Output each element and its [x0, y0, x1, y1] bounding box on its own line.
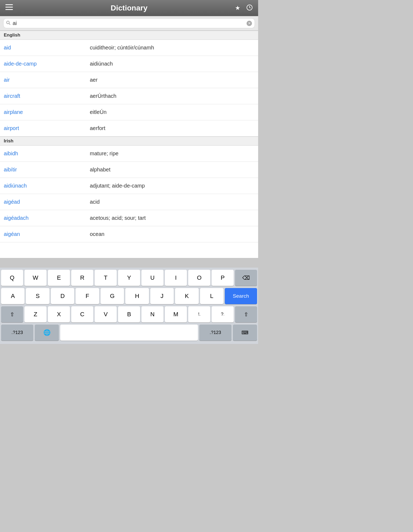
- numbers-key-left[interactable]: .?123: [1, 325, 33, 341]
- table-row[interactable]: air aer: [0, 72, 258, 88]
- table-row[interactable]: aidiúnach adjutant; aide-de-camp: [0, 178, 258, 194]
- table-row[interactable]: aid cuiditheoir; cúntóir/cúnamh: [0, 40, 258, 56]
- table-row[interactable]: aircraft aerÚrthach: [0, 88, 258, 104]
- keyboard-hide-key[interactable]: ⌨: [233, 325, 257, 341]
- dictionary-list: English aid cuiditheoir; cúntóir/cúnamh …: [0, 31, 258, 258]
- key-w[interactable]: W: [24, 270, 47, 286]
- key-j[interactable]: J: [150, 288, 174, 304]
- numbers-key-right[interactable]: .?123: [199, 325, 232, 341]
- definition: aer: [90, 77, 254, 83]
- space-key[interactable]: [60, 325, 198, 341]
- key-question-period[interactable]: ?.: [212, 306, 234, 322]
- shift-left-key[interactable]: ⇧: [1, 306, 23, 322]
- table-row[interactable]: aigéad acid: [0, 194, 258, 210]
- definition: ocean: [90, 231, 254, 237]
- definition: eitleÚn: [90, 109, 254, 115]
- key-q[interactable]: Q: [1, 270, 23, 286]
- key-t[interactable]: T: [95, 270, 117, 286]
- search-bar-container: ✕: [0, 16, 258, 31]
- definition: aerfort: [90, 125, 254, 131]
- word[interactable]: air: [4, 77, 90, 83]
- keyboard-row-1: Q W E R T Y U I O P ⌫: [1, 270, 257, 286]
- key-l[interactable]: L: [200, 288, 223, 304]
- svg-rect-1: [5, 7, 13, 8]
- key-g[interactable]: G: [101, 288, 124, 304]
- key-s[interactable]: S: [26, 288, 49, 304]
- definition: aidiúnach: [90, 61, 254, 67]
- key-exclaim-comma[interactable]: !,: [188, 306, 210, 322]
- table-row[interactable]: aibítir alphabet: [0, 162, 258, 178]
- history-button[interactable]: [245, 3, 254, 13]
- key-x[interactable]: X: [48, 306, 70, 322]
- key-i[interactable]: I: [165, 270, 187, 286]
- table-row[interactable]: aigéan ocean: [0, 226, 258, 242]
- word[interactable]: aide-de-camp: [4, 61, 90, 67]
- search-icon: [6, 21, 10, 26]
- word[interactable]: airport: [4, 125, 90, 131]
- definition: cuiditheoir; cúntóir/cúnamh: [90, 45, 254, 51]
- keyboard-row-3: ⇧ Z X C V B N M !, ?. ⇧: [1, 306, 257, 322]
- key-h[interactable]: H: [125, 288, 149, 304]
- backspace-key[interactable]: ⌫: [235, 270, 257, 286]
- key-z[interactable]: Z: [24, 306, 47, 322]
- svg-rect-2: [5, 9, 13, 10]
- keyboard-row-2: A S D F G H J K L Search: [1, 288, 257, 304]
- definition: aerÚrthach: [90, 93, 254, 99]
- favorites-button[interactable]: ★: [234, 3, 241, 13]
- header: Dictionary ★: [0, 0, 258, 16]
- sidebar-icon[interactable]: [4, 4, 14, 12]
- table-row[interactable]: aigéadach acetous; acid; sour; tart: [0, 210, 258, 226]
- keyboard: Q W E R T Y U I O P ⌫ A S D F G H J K L …: [0, 268, 258, 344]
- table-row[interactable]: aide-de-camp aidiúnach: [0, 56, 258, 72]
- svg-line-5: [9, 23, 10, 25]
- app-title: Dictionary: [111, 4, 148, 12]
- key-d[interactable]: D: [51, 288, 74, 304]
- key-p[interactable]: P: [212, 270, 234, 286]
- key-b[interactable]: B: [118, 306, 140, 322]
- clear-search-button[interactable]: ✕: [247, 21, 252, 26]
- keyboard-row-bottom: .?123 🌐 .?123 ⌨: [1, 325, 257, 341]
- key-r[interactable]: R: [71, 270, 93, 286]
- word[interactable]: aigéan: [4, 231, 90, 237]
- word[interactable]: aibítir: [4, 167, 90, 173]
- word[interactable]: aigéadach: [4, 215, 90, 221]
- table-row[interactable]: aibidh mature; ripe: [0, 146, 258, 162]
- key-c[interactable]: C: [71, 306, 93, 322]
- section-header-english: English: [0, 31, 258, 40]
- definition: adjutant; aide-de-camp: [90, 183, 254, 189]
- key-v[interactable]: V: [95, 306, 117, 322]
- svg-point-4: [7, 21, 9, 24]
- header-actions: ★: [234, 3, 254, 13]
- table-row[interactable]: airport aerfort: [0, 120, 258, 136]
- key-o[interactable]: O: [188, 270, 210, 286]
- key-k[interactable]: K: [175, 288, 198, 304]
- key-m[interactable]: M: [165, 306, 187, 322]
- word[interactable]: aircraft: [4, 93, 90, 99]
- definition: mature; ripe: [90, 150, 254, 157]
- word[interactable]: aid: [4, 45, 90, 51]
- key-a[interactable]: A: [1, 288, 24, 304]
- search-button[interactable]: Search: [225, 288, 257, 304]
- search-bar: ✕: [3, 18, 255, 28]
- search-input[interactable]: [13, 20, 244, 26]
- key-e[interactable]: E: [48, 270, 70, 286]
- word[interactable]: aibidh: [4, 150, 90, 157]
- key-n[interactable]: N: [141, 306, 163, 322]
- key-f[interactable]: F: [76, 288, 99, 304]
- key-y[interactable]: Y: [118, 270, 140, 286]
- definition: alphabet: [90, 167, 254, 173]
- definition: acid: [90, 199, 254, 205]
- table-row[interactable]: airplane eitleÚn: [0, 104, 258, 120]
- globe-key[interactable]: 🌐: [35, 325, 59, 341]
- key-u[interactable]: U: [141, 270, 163, 286]
- word[interactable]: airplane: [4, 109, 90, 115]
- definition: acetous; acid; sour; tart: [90, 215, 254, 221]
- svg-rect-0: [5, 4, 13, 5]
- section-header-irish: Irish: [0, 136, 258, 146]
- shift-right-key[interactable]: ⇧: [235, 306, 257, 322]
- word[interactable]: aigéad: [4, 199, 90, 205]
- word[interactable]: aidiúnach: [4, 183, 90, 189]
- content-area: ✕ English aid cuiditheoir; cúntóir/cúnam…: [0, 16, 258, 258]
